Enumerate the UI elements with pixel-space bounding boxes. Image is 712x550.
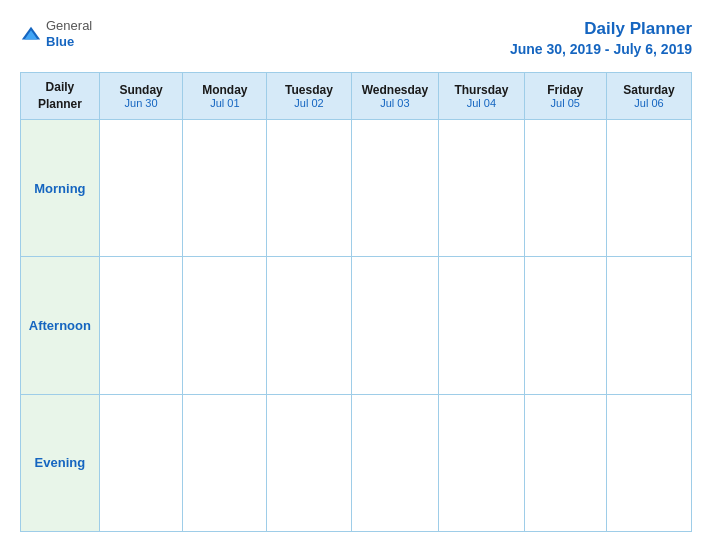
cell-morning-friday[interactable] — [524, 119, 606, 256]
header-row: Daily Planner Sunday Jun 30 Monday Jul 0… — [21, 73, 692, 120]
calendar-table: Daily Planner Sunday Jun 30 Monday Jul 0… — [20, 72, 692, 532]
row-afternoon: Afternoon — [21, 257, 692, 394]
page-title: Daily Planner — [510, 18, 692, 40]
row-label-morning: Morning — [21, 119, 100, 256]
date-range: June 30, 2019 - July 6, 2019 — [510, 40, 692, 58]
cell-afternoon-saturday[interactable] — [606, 257, 691, 394]
logo-general-text: General — [46, 18, 92, 33]
cell-afternoon-monday[interactable] — [183, 257, 267, 394]
cell-morning-wednesday[interactable] — [351, 119, 439, 256]
title-area: Daily Planner June 30, 2019 - July 6, 20… — [510, 18, 692, 58]
cell-evening-friday[interactable] — [524, 394, 606, 531]
col-header-sunday: Sunday Jun 30 — [99, 73, 183, 120]
page: General Blue Daily Planner June 30, 2019… — [0, 0, 712, 550]
cell-evening-thursday[interactable] — [439, 394, 524, 531]
cell-evening-monday[interactable] — [183, 394, 267, 531]
col-header-tuesday: Tuesday Jul 02 — [267, 73, 351, 120]
header: General Blue Daily Planner June 30, 2019… — [20, 18, 692, 58]
logo-icon — [20, 23, 42, 45]
col-header-label: Daily Planner — [21, 73, 100, 120]
col-header-friday: Friday Jul 05 — [524, 73, 606, 120]
cell-afternoon-tuesday[interactable] — [267, 257, 351, 394]
col-header-wednesday: Wednesday Jul 03 — [351, 73, 439, 120]
cell-afternoon-thursday[interactable] — [439, 257, 524, 394]
row-morning: Morning — [21, 119, 692, 256]
cell-evening-sunday[interactable] — [99, 394, 183, 531]
cell-evening-wednesday[interactable] — [351, 394, 439, 531]
cell-morning-sunday[interactable] — [99, 119, 183, 256]
row-label-afternoon: Afternoon — [21, 257, 100, 394]
cell-evening-tuesday[interactable] — [267, 394, 351, 531]
cell-morning-tuesday[interactable] — [267, 119, 351, 256]
cell-morning-monday[interactable] — [183, 119, 267, 256]
cell-afternoon-wednesday[interactable] — [351, 257, 439, 394]
cell-afternoon-friday[interactable] — [524, 257, 606, 394]
logo-area: General Blue — [20, 18, 92, 49]
logo-blue-text: Blue — [46, 34, 74, 49]
cell-evening-saturday[interactable] — [606, 394, 691, 531]
cell-afternoon-sunday[interactable] — [99, 257, 183, 394]
row-label-evening: Evening — [21, 394, 100, 531]
col-header-saturday: Saturday Jul 06 — [606, 73, 691, 120]
col-header-thursday: Thursday Jul 04 — [439, 73, 524, 120]
cell-morning-thursday[interactable] — [439, 119, 524, 256]
row-evening: Evening — [21, 394, 692, 531]
cell-morning-saturday[interactable] — [606, 119, 691, 256]
col-header-monday: Monday Jul 01 — [183, 73, 267, 120]
